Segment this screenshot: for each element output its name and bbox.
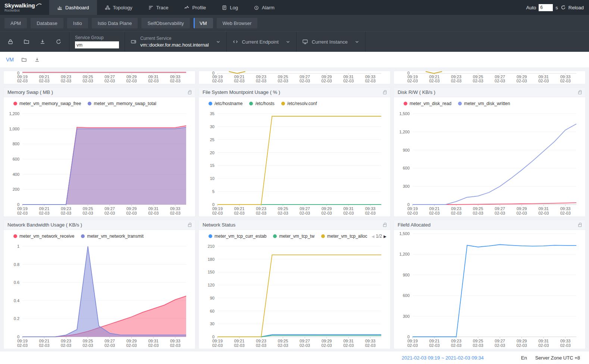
folder-icon[interactable] (21, 57, 27, 63)
svg-text:400: 400 (13, 172, 19, 177)
tab-apm[interactable]: APM (4, 18, 27, 28)
svg-text:02-03: 02-03 (61, 211, 71, 215)
download-icon[interactable] (40, 39, 46, 45)
nav-item-dashboard[interactable]: Dashboard (49, 0, 97, 15)
svg-text:02-03: 02-03 (256, 211, 266, 215)
svg-text:02-03: 02-03 (39, 211, 49, 215)
svg-text:600: 600 (13, 157, 19, 161)
download-icon[interactable] (34, 57, 40, 63)
lock-icon[interactable] (383, 224, 386, 227)
svg-text:30: 30 (210, 124, 214, 129)
current-endpoint-select[interactable]: Current Endpoint (226, 32, 296, 52)
legend-page-number: 1/2 (376, 234, 382, 239)
svg-text:09:27: 09:27 (104, 206, 115, 211)
folder-icon[interactable] (24, 39, 29, 45)
legend-item[interactable]: meter_vm_disk_written (458, 101, 510, 106)
tab-label: Istio Data Plane (98, 20, 132, 26)
svg-text:15: 15 (210, 163, 214, 168)
svg-text:02-03: 02-03 (256, 79, 266, 83)
svg-text:02-03: 02-03 (17, 79, 28, 83)
auto-unit: s (555, 5, 558, 10)
refresh-icon[interactable] (56, 39, 62, 45)
svg-text:09:25: 09:25 (278, 339, 288, 343)
legend-item[interactable]: meter_vm_tcp_curr_estab (209, 234, 266, 239)
legend-item[interactable]: meter_vm_memory_swap_free (13, 101, 81, 106)
legend-item[interactable]: meter_vm_tcp_alloc (321, 234, 367, 239)
svg-text:02-03: 02-03 (212, 79, 223, 83)
tab-istio[interactable]: Istio (67, 18, 88, 28)
legend-prev-icon[interactable]: ◀ (372, 234, 375, 238)
chart-legend: /etc/hostname/etc/hosts/etc/resolv.conf (199, 97, 390, 110)
svg-text:09:29: 09:29 (322, 339, 332, 343)
nav-item-topology[interactable]: Topology (97, 0, 140, 15)
legend-item[interactable]: /etc/hosts (249, 101, 274, 106)
footer: 2021-02-03 09:19 ~ 2021-02-03 09:34 En S… (0, 351, 589, 364)
reload-label[interactable]: Reload (568, 5, 584, 10)
svg-text:900: 900 (403, 273, 410, 277)
current-service-select[interactable]: Current Service vm::docker.for.mac.host.… (125, 32, 226, 52)
nav-item-alarm[interactable]: Alarm (246, 0, 282, 15)
panel-memory-swap: Memory Swap ( MB ) meter_vm_memory_swap_… (4, 88, 195, 216)
lock-icon[interactable] (7, 39, 13, 45)
reload-icon[interactable] (561, 5, 566, 10)
endpoint-icon (232, 39, 238, 45)
legend-next-icon[interactable]: ▶ (383, 234, 386, 238)
nav-item-log[interactable]: Log (214, 0, 246, 15)
svg-text:09:33: 09:33 (365, 339, 376, 343)
legend-item[interactable]: /etc/hostname (209, 101, 242, 106)
legend-item[interactable]: meter_vm_memory_swap_total (88, 101, 156, 106)
dashboard-toolbar: Service Group Current Service vm::docker… (0, 31, 589, 52)
svg-text:02-03: 02-03 (407, 343, 418, 348)
tab-vm[interactable]: VM (194, 18, 213, 28)
tab-web-browser[interactable]: Web Browser (217, 18, 258, 28)
svg-text:02-03: 02-03 (365, 211, 376, 215)
svg-text:09:33: 09:33 (560, 206, 571, 211)
svg-text:02-03: 02-03 (343, 79, 354, 83)
svg-text:02-03: 02-03 (148, 211, 159, 215)
legend-label: meter_vm_memory_swap_free (19, 101, 81, 106)
nav-item-trace[interactable]: Trace (140, 0, 176, 15)
svg-text:09:21: 09:21 (234, 339, 245, 343)
tab-label: SelfObservability (147, 20, 184, 26)
tab-database[interactable]: Database (31, 18, 63, 28)
svg-text:02-03: 02-03 (495, 343, 505, 348)
dashboard-grid: 009:1902-0309:2102-0309:2302-0309:2502-0… (0, 67, 589, 351)
svg-text:02-03: 02-03 (170, 211, 181, 215)
lock-icon[interactable] (188, 92, 191, 94)
svg-text:02-03: 02-03 (407, 211, 418, 215)
panel-title: Disk R/W ( KB/s ) (398, 89, 435, 95)
tab-selfobservability[interactable]: SelfObservability (141, 18, 190, 28)
tab-istio-data-plane[interactable]: Istio Data Plane (92, 18, 138, 28)
panel-header: File System Mountpoint Usage ( % ) (199, 88, 390, 97)
vm-tab[interactable]: VM (6, 57, 14, 63)
cutoff-panel: 009:1902-0309:2102-0309:2302-0309:2502-0… (394, 71, 585, 84)
nav-item-label: Profile (192, 5, 206, 10)
nav-item-label: Log (230, 5, 238, 10)
svg-text:0.2: 0.2 (14, 316, 19, 321)
svg-text:02-03: 02-03 (365, 79, 376, 83)
svg-text:35: 35 (210, 111, 214, 116)
lock-icon[interactable] (188, 224, 191, 227)
legend-item[interactable]: meter_vm_tcp_tw (273, 234, 314, 239)
lock-icon[interactable] (383, 92, 386, 94)
legend-dot (404, 102, 407, 105)
legend-label: meter_vm_tcp_curr_estab (214, 234, 266, 239)
legend-item[interactable]: meter_vm_network_receive (13, 234, 74, 239)
auto-interval-input[interactable] (539, 4, 553, 11)
nav-item-profile[interactable]: Profile (176, 0, 214, 15)
chart-canvas: 009:1902-0309:2102-0309:2302-0309:2502-0… (4, 71, 195, 84)
language-selector[interactable]: En (521, 355, 527, 361)
nav-item-label: Alarm (262, 5, 275, 10)
svg-text:30: 30 (210, 322, 214, 326)
toolbar-icons (0, 32, 69, 52)
legend-item[interactable]: /etc/resolv.conf (281, 101, 317, 106)
dashboard-icon (57, 5, 63, 10)
current-instance-select[interactable]: Current Instance (296, 32, 366, 52)
lock-icon[interactable] (578, 224, 582, 227)
legend-item[interactable]: meter_vm_disk_read (404, 101, 451, 106)
legend-item[interactable]: meter_vm_network_transmit (81, 234, 143, 239)
service-group-input[interactable] (75, 41, 119, 48)
lock-icon[interactable] (578, 92, 582, 94)
chart-legend: meter_vm_memory_swap_freemeter_vm_memory… (4, 97, 195, 110)
legend-label: meter_vm_disk_written (464, 101, 510, 106)
